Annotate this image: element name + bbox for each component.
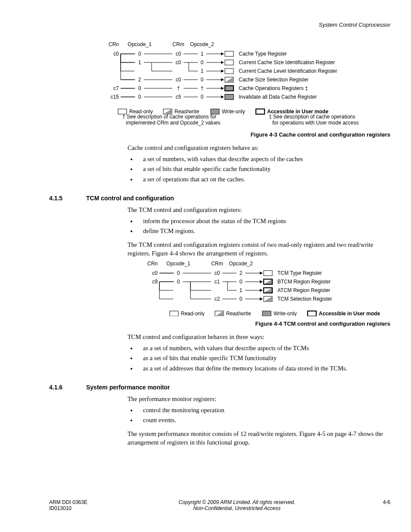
svg-text:0: 0: [240, 296, 243, 302]
section-number: 4.1.5: [49, 195, 86, 202]
svg-text:0: 0: [201, 77, 204, 83]
para-tcm-intro: The TCM control and configuration regist…: [128, 206, 390, 215]
svg-marker-61: [221, 87, 224, 90]
svg-text:c0: c0: [176, 77, 181, 83]
svg-marker-36: [221, 70, 224, 73]
svg-text:for operations with User mode : for operations with User mode access: [272, 120, 359, 126]
svg-text:†: †: [201, 85, 204, 91]
svg-text:Invalidate all Data Cache Regi: Invalidate all Data Cache Register: [239, 94, 317, 100]
svg-text:Cache Size Selection Register: Cache Size Selection Register: [239, 77, 308, 83]
svg-text:c0: c0: [152, 270, 158, 276]
list-item: as a set of numbers, with values that de…: [137, 344, 390, 353]
para-tcm-desc: The TCM control and configuration regist…: [128, 241, 390, 258]
svg-marker-143: [260, 298, 263, 301]
svg-text:ATCM Region Register: ATCM Region Register: [277, 287, 330, 293]
svg-text:c7: c7: [113, 85, 119, 91]
svg-text:c1: c1: [215, 279, 220, 285]
svg-text:1: 1: [201, 51, 204, 57]
svg-text:Cache Type Register: Cache Type Register: [239, 51, 287, 57]
svg-text:0: 0: [138, 94, 141, 100]
list-item: define TCM regions.: [137, 227, 390, 236]
list-item: a set of operations that act on the cach…: [137, 175, 390, 184]
svg-text:0: 0: [240, 279, 243, 285]
list-item: control the monitoring operation: [137, 406, 390, 415]
figure-4-3-diagram: CRnOpcode_1CRmOpcode_2c00c01Cache Type R…: [105, 41, 389, 127]
section-4-1-6-heading: 4.1.6 System performance monitor: [49, 384, 390, 391]
footer-mid: Copyright © 2009 ARM Limited. All rights…: [118, 499, 356, 511]
svg-text:c0: c0: [176, 59, 181, 65]
para-perf-desc: The system performance monitor consists …: [128, 430, 390, 447]
svg-text:† See description of cache ope: † See description of cache operations fo…: [122, 114, 216, 120]
svg-text:c0: c0: [113, 51, 119, 57]
list-item: a set of numbers, with values that descr…: [137, 155, 390, 164]
svg-marker-50: [225, 77, 234, 82]
list-tcm-registers: inform the processor about the status of…: [128, 217, 390, 236]
list-tcm-behavior: as a set of numbers, with values that de…: [128, 344, 390, 373]
svg-marker-105: [260, 272, 263, 275]
svg-marker-119: [264, 279, 272, 284]
svg-rect-154: [308, 311, 316, 316]
svg-rect-152: [262, 311, 271, 316]
figure-4-4-diagram: CRnOpcode_1CRmOpcode_2c00c02TCM Type Reg…: [144, 260, 394, 316]
svg-text:0: 0: [138, 85, 141, 91]
svg-text:Current Cache Level Identifica: Current Cache Level Identification Regis…: [239, 68, 337, 74]
svg-text:1: 1: [201, 68, 204, 74]
footer-id: ID013010: [49, 505, 118, 511]
svg-text:Write-only: Write-only: [222, 109, 245, 115]
svg-text:Opcode_2: Opcode_2: [229, 261, 253, 267]
svg-text:TCM Type Register: TCM Type Register: [277, 270, 322, 276]
page-footer: ARM DDI 0363E ID013010 Copyright © 2009 …: [49, 499, 390, 511]
footer-copyright: Copyright © 2009 ARM Limited. All rights…: [118, 499, 356, 505]
footer-doc-id: ARM DDI 0363E: [49, 499, 118, 505]
page-header: System Control Coprocessor: [319, 22, 390, 28]
svg-text:BTCM Region Register: BTCM Region Register: [277, 279, 330, 285]
svg-rect-77: [225, 94, 234, 100]
svg-text:CRn: CRn: [109, 41, 119, 47]
svg-text:Current Cache Size Identificat: Current Cache Size Identification Regist…: [239, 59, 335, 65]
svg-text:Opcode_2: Opcode_2: [190, 41, 214, 47]
list-cache-behavior: a set of numbers, with values that descr…: [128, 155, 390, 184]
svg-text:0: 0: [177, 279, 180, 285]
svg-text:CRm: CRm: [172, 41, 184, 47]
svg-text:CRn: CRn: [147, 261, 158, 267]
svg-text:1: 1: [138, 59, 141, 65]
svg-text:c0: c0: [176, 51, 181, 57]
svg-marker-150: [215, 311, 224, 316]
page-content: CRnOpcode_1CRmOpcode_2c00c01Cache Type R…: [49, 41, 390, 449]
svg-text:†: †: [177, 85, 180, 91]
svg-text:‡ See description of cache ope: ‡ See description of cache operations: [269, 114, 355, 120]
para-tcm-behavior-intro: TCM control and configuration behaves in…: [128, 333, 390, 342]
section-title: TCM control and configuration: [86, 195, 174, 202]
svg-text:0: 0: [177, 270, 180, 276]
svg-rect-86: [256, 109, 265, 114]
svg-text:1: 1: [240, 287, 243, 293]
list-item: as a set of bits that enable specific TC…: [137, 354, 390, 363]
svg-text:Accessible in User mode: Accessible in User mode: [319, 311, 380, 316]
svg-marker-13: [221, 53, 224, 56]
section-title: System performance monitor: [86, 384, 170, 391]
svg-marker-145: [264, 296, 272, 302]
section-4-1-5-heading: 4.1.5 TCM control and configuration: [49, 195, 390, 202]
svg-marker-75: [221, 96, 224, 99]
svg-rect-37: [225, 68, 234, 74]
list-item: count events.: [137, 416, 390, 425]
svg-rect-14: [225, 51, 234, 56]
svg-text:2: 2: [138, 77, 141, 83]
list-item: as a set of addresses that define the me…: [137, 364, 390, 373]
footer-classification: Non-Confidential, Unrestricted Access: [118, 505, 356, 511]
svg-text:Opcode_1: Opcode_1: [128, 41, 152, 47]
para-perf-intro: The performance monitor registers:: [128, 395, 390, 404]
footer-page: 4-6: [356, 499, 390, 505]
svg-text:2: 2: [240, 270, 243, 276]
list-perf-registers: control the monitoring operationcount ev…: [128, 406, 390, 425]
svg-text:c2: c2: [215, 296, 220, 302]
svg-text:c0: c0: [215, 270, 220, 276]
list-item: inform the processor about the status of…: [137, 217, 390, 226]
svg-rect-147: [170, 311, 178, 316]
figure-4-4-caption: Figure 4-4 TCM control and configuration…: [49, 320, 390, 327]
svg-rect-106: [264, 271, 272, 276]
svg-text:implemented CRm and Opcode_2 v: implemented CRm and Opcode_2 values: [126, 120, 220, 126]
svg-text:0: 0: [138, 51, 141, 57]
svg-text:CRm: CRm: [211, 261, 223, 267]
para-cache-intro: Cache control and configuration register…: [128, 144, 390, 152]
